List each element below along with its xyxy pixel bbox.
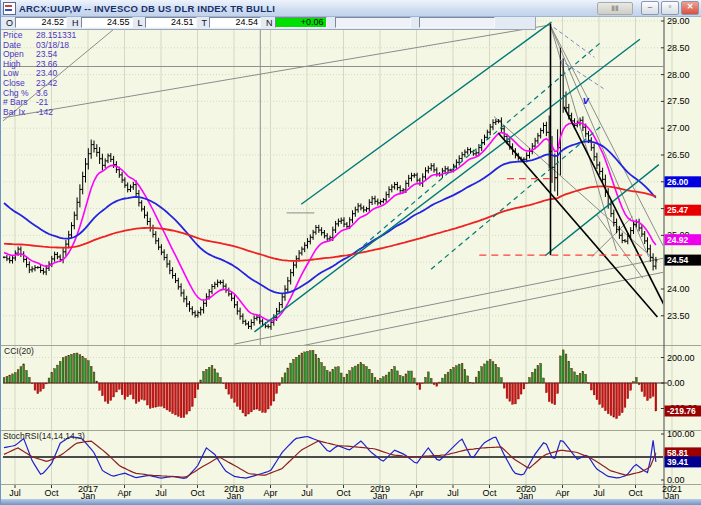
quote-field-label: H [72,18,79,28]
y-axis-label: 28.00 [667,70,690,80]
axis-flag-value: 39.41 [667,457,689,467]
quote-empty-cell [419,17,495,28]
x-axis-month-label: Apr [263,488,277,498]
x-axis-month-label: Apr [117,488,131,498]
maximize-button[interactable]: ▫ [661,1,679,15]
stochrsi-axis-label: 100.00 [667,429,695,439]
cci-panel-label: CCI(20) [4,346,34,356]
y-axis-label: 28.50 [667,43,690,53]
chart-canvas[interactable]: v29.0028.5028.0027.5027.0026.5026.0025.5… [1,0,701,505]
window-bottom-frame [1,499,701,505]
quote-empty-cell [335,17,411,28]
y-axis-label: 27.50 [667,96,690,106]
x-axis-month-label: Oct [482,488,497,498]
cci-axis-label: 0.00 [667,378,685,388]
quote-field-label: N [266,18,273,28]
y-axis-label: 27.00 [667,123,690,133]
quote-field-label: O [6,18,13,28]
price-legend: Price28.151331Date03/18/18Open23.54High2… [3,31,76,117]
x-axis-month-label: Jul [155,488,167,498]
close-button[interactable]: ✕ [681,1,699,15]
x-axis-month-label: Oct [190,488,205,498]
quote-field-label: T [202,18,208,28]
x-axis-month-label: Jul [593,488,605,498]
wave-label-v: v [583,94,590,106]
y-axis-label: 24.00 [667,284,690,294]
cci-axis-label: 200.00 [667,353,695,363]
quote-field-label: L [138,18,143,28]
x-axis-month-label: Oct [628,488,643,498]
stochrsi-panel-label: StochRSI(14,14,14,3) [3,431,85,441]
quote-field-value: 24.51 [145,17,197,28]
window-buttons: ▮▮ – ▫ ✕ [597,1,699,15]
legend-row: Bar Ix-142 [3,108,76,118]
inactive-toolbar-buttons: ▮▮ [597,2,633,15]
chart-background [1,16,701,499]
axis-flag-value: 24.92 [667,235,689,245]
quote-field-value: 24.55 [81,17,133,28]
y-axis-label: 29.00 [667,16,690,26]
y-axis-label: 23.50 [667,311,690,321]
axis-flag-value: 26.00 [667,177,689,187]
x-axis-month-label: Jul [9,488,21,498]
window-title: ARCX:UUP,W -- INVESCO DB US DLR INDEX TR… [19,3,275,14]
x-axis-month-label: Apr [409,488,423,498]
x-axis-month-label: Apr [555,488,569,498]
axis-flag-value: -219.76 [667,406,696,416]
y-axis-label: 26.50 [667,150,690,160]
app-icon [3,2,16,15]
axis-flag-value: 25.47 [667,205,689,215]
x-axis-month-label: Jul [447,488,459,498]
minimize-button[interactable]: – [641,1,659,15]
quote-field-value: 24.54 [209,17,261,28]
title-bar[interactable]: ARCX:UUP,W -- INVESCO DB US DLR INDEX TR… [1,0,701,17]
x-axis-month-label: Jul [301,488,313,498]
quote-field-value: +0.06 [275,17,327,28]
x-axis-month-label: Oct [44,488,59,498]
chart-window: ARCX:UUP,W -- INVESCO DB US DLR INDEX TR… [0,0,701,505]
quote-field-value: 24.52 [15,17,67,28]
quote-bar: O24.52H24.55L24.51T24.54N+0.06 [1,16,536,30]
axis-flag-value: 24.54 [667,255,689,265]
x-axis-month-label: Oct [336,488,351,498]
